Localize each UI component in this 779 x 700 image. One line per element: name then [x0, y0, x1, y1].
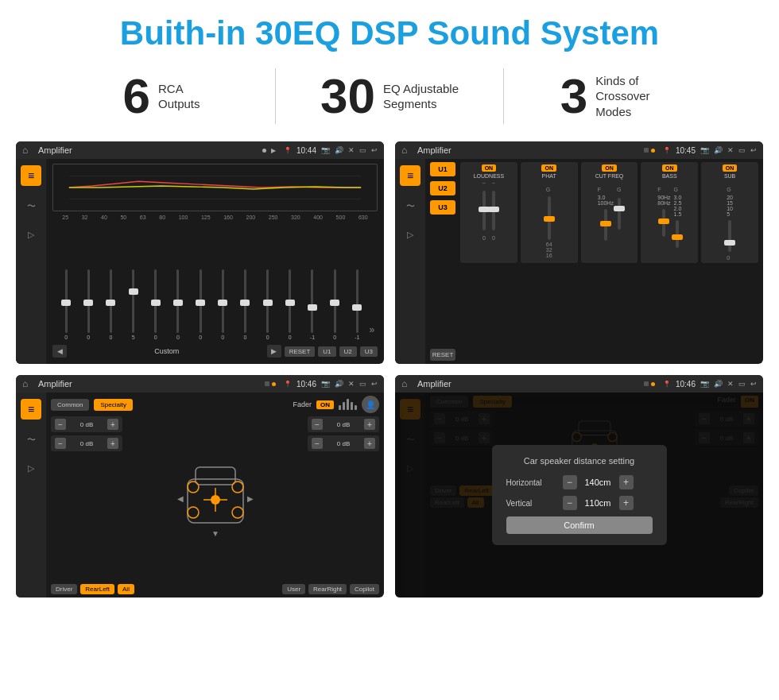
dialog-horizontal-value: 140cm [580, 478, 616, 487]
minus-btn-2[interactable]: − [55, 438, 66, 449]
driver-btn[interactable]: Driver [51, 584, 77, 594]
common-tab[interactable]: Common [51, 399, 89, 411]
sub-on: ON [723, 164, 738, 172]
u1-preset-btn[interactable]: U1 [430, 162, 455, 176]
svg-text:▼: ▼ [211, 529, 219, 538]
eq-reset-btn[interactable]: RESET [285, 346, 316, 357]
sidebar-eq-icon[interactable]: ≡ [21, 165, 41, 186]
stat-number-rca: 6 [122, 72, 149, 121]
dialog-vertical-plus[interactable]: + [619, 496, 634, 510]
bass-on: ON [662, 164, 677, 172]
eq-slider-4: 0 [145, 269, 166, 340]
db-row-1: − 0 dB + [51, 416, 122, 432]
cross-body: − 0 dB + − 0 dB + [51, 416, 379, 581]
u2-preset-btn[interactable]: U2 [430, 181, 455, 195]
plus-btn-2[interactable]: + [107, 438, 118, 449]
sidebar-wave-icon-2[interactable]: 〜 [401, 197, 419, 215]
cross-main: Common Specialty Fader ON 👤 [46, 393, 384, 598]
svg-point-7 [188, 507, 199, 518]
cam-icon-3: 📷 [321, 380, 330, 388]
plus-btn-1[interactable]: + [107, 419, 118, 430]
minus-btn-4[interactable]: − [312, 438, 323, 449]
eq-main: 25 32 40 50 63 80 100 125 160 200 250 32… [46, 159, 384, 364]
plus-btn-3[interactable]: + [364, 419, 375, 430]
eq-prev-btn[interactable]: ◀ [52, 345, 67, 358]
sidebar-vol-icon[interactable]: ▷ [22, 226, 40, 243]
amp-top-row: ON LOUDNESS ~ 0 ~ [460, 162, 758, 263]
rearright-btn[interactable]: RearRight [308, 584, 347, 594]
dialog-vertical-minus[interactable]: − [563, 496, 577, 510]
back-icon-4: ↩ [750, 380, 757, 388]
sidebar-vol-icon-3[interactable]: ▷ [22, 459, 40, 477]
eq-slider-0: 0 [56, 269, 76, 340]
loudness-module: ON LOUDNESS ~ 0 ~ [460, 162, 517, 263]
eq-slider-6: 0 [190, 269, 211, 340]
app-name-4: Amplifier [417, 379, 639, 389]
screen2-content: ≡ 〜 ▷ U1 U2 U3 RESET ON LOUDNESS [395, 159, 763, 364]
home-icon-1: ⌂ [22, 145, 33, 156]
fader-on-badge: ON [316, 400, 334, 409]
cross-right-controls: − 0 dB + − 0 dB + [308, 416, 379, 581]
page-title: Buith-in 30EQ DSP Sound System [0, 0, 779, 60]
svg-point-6 [232, 481, 243, 493]
eq-slider-3: 5 [123, 269, 144, 340]
loudness-on: ON [482, 164, 497, 172]
u3-preset-btn[interactable]: U3 [430, 200, 455, 215]
minus-btn-3[interactable]: − [312, 419, 323, 430]
all-btn[interactable]: All [118, 584, 134, 594]
eq-slider-8: 0 [234, 269, 255, 340]
specialty-tab[interactable]: Specialty [94, 399, 132, 411]
user-btn[interactable]: User [282, 584, 305, 594]
app-name-2: Amplifier [417, 145, 639, 155]
min-icon-4: ▭ [738, 380, 746, 388]
dialog-horizontal-row: Horizontal − 140cm + [506, 475, 653, 489]
back-icon-2: ↩ [750, 146, 757, 154]
status-bar-1: ⌂ Amplifier ▶ 📍 10:44 📷 🔊 ✕ ▭ ↩ [16, 141, 384, 159]
db-value-1: 0 dB [69, 421, 104, 428]
location-icon-3: 📍 [284, 381, 292, 388]
db-row-4: − 0 dB + [308, 435, 379, 451]
sidebar-wave-icon[interactable]: 〜 [22, 197, 40, 215]
db-value-4: 0 dB [326, 440, 361, 447]
sidebar-1: ≡ 〜 ▷ [16, 159, 46, 364]
dialog-vertical-controls: − 110cm + [563, 496, 634, 510]
sidebar-3: ≡ 〜 ▷ [16, 393, 46, 598]
plus-btn-4[interactable]: + [364, 438, 375, 449]
screen-eq: ⌂ Amplifier ▶ 📍 10:44 📷 🔊 ✕ ▭ ↩ ≡ 〜 ▷ [16, 141, 384, 364]
screen-crossover: ⌂ Amplifier 📍 10:46 📷 🔊 ✕ ▭ ↩ ≡ 〜 ▷ Comm… [16, 375, 384, 598]
svg-text:▶: ▶ [247, 494, 254, 503]
dot-4a [644, 381, 649, 386]
sidebar-wave-icon-3[interactable]: 〜 [22, 431, 40, 448]
home-icon-2: ⌂ [401, 145, 413, 156]
sidebar-eq-icon-3[interactable]: ≡ [21, 399, 41, 420]
rearleft-btn[interactable]: RearLeft [80, 584, 114, 594]
minus-btn-1[interactable]: − [55, 419, 66, 430]
confirm-button[interactable]: Confirm [506, 516, 653, 534]
copilot-btn[interactable]: Copilot [350, 584, 379, 594]
eq-u2-btn[interactable]: U2 [339, 346, 357, 357]
amp-reset-btn[interactable]: RESET [430, 349, 455, 361]
sidebar-vol-icon-2[interactable]: ▷ [401, 226, 419, 243]
status-bar-2: ⌂ Amplifier 📍 10:45 📷 🔊 ✕ ▭ ↩ [395, 141, 763, 159]
db-value-3: 0 dB [326, 421, 361, 428]
dot-3b [272, 382, 276, 386]
cam-icon-2: 📷 [700, 146, 709, 154]
eq-u3-btn[interactable]: U3 [360, 346, 378, 357]
bass-label: BASS [662, 173, 677, 179]
eq-curve-area [52, 164, 378, 211]
eq-play-btn[interactable]: ▶ [267, 345, 281, 358]
eq-u1-btn[interactable]: U1 [318, 346, 335, 357]
stat-number-eq: 30 [320, 72, 375, 121]
dialog-horizontal-controls: − 140cm + [563, 475, 634, 489]
amp-main: U1 U2 U3 RESET ON LOUDNESS ~ [425, 159, 763, 364]
eq-custom-label: Custom [70, 347, 264, 355]
db-row-2: − 0 dB + [51, 435, 122, 451]
sidebar-eq-icon-2[interactable]: ≡ [400, 165, 421, 186]
screen-amp: ⌂ Amplifier 📍 10:45 📷 🔊 ✕ ▭ ↩ ≡ 〜 ▷ U1 [395, 141, 763, 364]
min-icon-2: ▭ [738, 146, 746, 154]
dialog-horizontal-minus[interactable]: − [563, 475, 577, 489]
cutfreq-on: ON [602, 164, 617, 172]
dialog-horizontal-plus[interactable]: + [619, 475, 634, 489]
play-icon-1: ▶ [271, 147, 276, 154]
vol-icon-3: 🔊 [335, 380, 343, 388]
